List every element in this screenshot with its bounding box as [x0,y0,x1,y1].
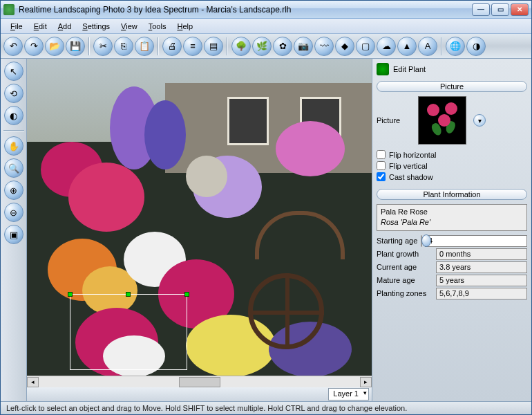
close-button[interactable]: ✕ [511,3,529,16]
layer-dropdown[interactable]: Layer 1 [328,388,369,400]
text-button[interactable]: A [418,37,437,56]
current-age-value: 3.8 years [436,261,527,273]
copy-button[interactable]: ⎘ [114,37,133,56]
mountain-button[interactable]: ▲ [397,37,417,56]
canvas[interactable] [27,59,372,376]
paste-button[interactable]: 📋 [135,37,154,56]
cast-shadow-checkbox[interactable]: Cast shadow [377,172,527,181]
menu-tools[interactable]: Tools [143,21,172,32]
plant-icon [377,63,389,75]
left-toolbar: ↖ ⟲ ◐ ✋ 🔍 ⊕ ⊖ ▣ [1,59,27,401]
open-button[interactable]: 📂 [45,37,64,56]
menu-view[interactable]: View [115,21,143,32]
flower-button[interactable]: ✿ [273,37,292,56]
horizontal-scrollbar[interactable]: ◂ ▸ [27,376,372,387]
picture-browse-button[interactable]: ▾ [473,114,486,127]
starting-age-input[interactable] [425,235,527,247]
menu-bar: File Edit Add Settings View Tools Help [1,19,531,34]
redo-button[interactable]: ↷ [24,37,44,56]
tool-align-button[interactable]: ≡ [183,37,202,56]
save-button[interactable]: 💾 [66,37,85,56]
undo-button[interactable]: ↶ [3,37,23,56]
picture-section-header: Picture [377,81,527,92]
plant-info-section-header: Plant Information [377,189,527,200]
menu-add[interactable]: Add [53,21,77,32]
extra-button[interactable]: ◑ [466,37,486,56]
menu-edit[interactable]: Edit [28,21,53,32]
window-title: Realtime Landscaping Photo 3 by Idea Spe… [19,5,472,15]
print-button[interactable]: 🖨 [162,37,182,56]
shape-button[interactable]: ◆ [335,37,354,56]
cut-button[interactable]: ✂ [93,37,113,56]
select-tool[interactable]: ↖ [4,62,23,81]
plant-growth-label: Plant growth [377,250,433,258]
flip-horizontal-checkbox[interactable]: Flip horizontal [377,150,527,159]
starting-age-label: Starting age [377,237,418,245]
photo-button[interactable]: 📷 [294,37,313,56]
globe-button[interactable]: 🌐 [446,37,465,56]
maximize-button[interactable]: ▭ [491,3,509,16]
mature-age-value: 5 years [436,275,527,286]
tool-layer-button[interactable]: ▤ [204,37,223,56]
title-bar: Realtime Landscaping Photo 3 by Idea Spe… [1,1,531,19]
rect-button[interactable]: ▢ [356,37,375,56]
scroll-right-button[interactable]: ▸ [360,377,372,387]
picture-thumbnail[interactable] [418,96,466,145]
main-toolbar: ↶ ↷ 📂 💾 ✂ ⎘ 📋 🖨 ≡ ▤ 🌳 🌿 ✿ 📷 〰 ◆ ▢ ☁ ▲ A … [1,34,531,59]
zoom-in-tool[interactable]: ⊕ [4,181,23,200]
scroll-left-button[interactable]: ◂ [27,377,39,387]
shrub-button[interactable]: 🌿 [252,37,272,56]
plant-common-name: Pala Re Rose [381,207,523,217]
cloud-button[interactable]: ☁ [377,37,396,56]
bridge-button[interactable]: 〰 [314,37,334,56]
plant-scientific-name: Rosa 'Pala Re' [381,217,523,228]
picture-label: Picture [377,116,411,124]
zoom-out-tool[interactable]: ⊖ [4,203,23,222]
planting-zones-value: 5,6,7,8,9 [436,288,527,299]
rotate-tool[interactable]: ⟲ [4,84,23,103]
panel-title: Edit Plant [377,63,527,75]
planting-zones-label: Planting zones [377,289,433,297]
flip-vertical-checkbox[interactable]: Flip vertical [377,161,527,170]
status-bar: Left-click to select an object and drag … [1,401,531,415]
plant-growth-value: 0 months [436,248,527,260]
current-age-label: Current age [377,263,433,271]
selection-box[interactable] [70,294,187,370]
menu-settings[interactable]: Settings [77,21,115,32]
pan-tool[interactable]: ✋ [4,136,23,156]
minimize-button[interactable]: — [472,3,490,16]
menu-file[interactable]: File [5,21,28,32]
app-icon [3,4,15,15]
mature-age-label: Mature age [377,276,433,284]
properties-panel: Edit Plant Picture Picture ▾ Flip horizo… [372,59,531,401]
plant-button[interactable]: 🌳 [231,37,251,56]
menu-help[interactable]: Help [171,21,198,32]
fit-tool[interactable]: ▣ [4,225,23,244]
starting-age-slider[interactable] [421,235,422,247]
zoom-tool[interactable]: 🔍 [4,158,23,178]
plant-name-box: Pala Re Rose Rosa 'Pala Re' [377,204,527,231]
fill-tool[interactable]: ◐ [4,106,23,125]
